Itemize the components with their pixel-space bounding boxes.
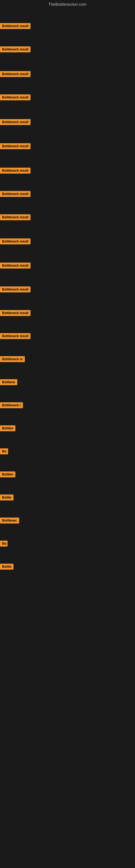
bottleneck-badge-21: Bottle xyxy=(0,495,13,500)
bottleneck-item-5: Bottleneck result xyxy=(0,119,31,126)
bottleneck-item-24: Bottle xyxy=(0,564,13,571)
bottleneck-badge-7: Bottleneck result xyxy=(0,167,31,174)
bottleneck-item-4: Bottleneck result xyxy=(0,94,31,101)
bottleneck-item-11: Bottleneck result xyxy=(0,262,31,270)
site-title: TheBottlenecker.com xyxy=(0,0,135,8)
bottleneck-badge-3: Bottleneck result xyxy=(0,71,31,77)
bottleneck-item-16: Bottlene xyxy=(0,379,17,386)
bottleneck-item-18: Bottlen xyxy=(0,425,15,432)
bottleneck-item-23: Bo xyxy=(0,540,8,548)
bottleneck-badge-5: Bottleneck result xyxy=(0,119,31,125)
bottleneck-badge-13: Bottleneck result xyxy=(0,310,31,316)
bottleneck-item-21: Bottle xyxy=(0,495,13,501)
bottleneck-item-19: Bo xyxy=(0,448,8,456)
bottleneck-badge-20: Bottlen xyxy=(0,471,15,477)
bottleneck-item-14: Bottleneck result xyxy=(0,333,31,340)
bottleneck-item-9: Bottleneck result xyxy=(0,214,31,221)
bottleneck-badge-22: Bottlenec xyxy=(0,518,19,524)
bottleneck-item-10: Bottleneck result xyxy=(0,239,31,246)
bottleneck-item-3: Bottleneck result xyxy=(0,71,31,78)
bottleneck-badge-19: Bo xyxy=(0,448,8,454)
bottleneck-badge-1: Bottleneck result xyxy=(0,23,31,29)
bottleneck-item-8: Bottleneck result xyxy=(0,191,31,198)
bottleneck-badge-12: Bottleneck result xyxy=(0,286,31,292)
bottleneck-item-2: Bottleneck result xyxy=(0,46,31,54)
bottleneck-item-20: Bottlen xyxy=(0,471,15,478)
bottleneck-badge-18: Bottlen xyxy=(0,425,15,431)
bottleneck-item-15: Bottleneck re xyxy=(0,356,25,363)
bottleneck-badge-14: Bottleneck result xyxy=(0,333,31,339)
bottleneck-badge-2: Bottleneck result xyxy=(0,46,31,52)
bottleneck-badge-11: Bottleneck result xyxy=(0,262,31,269)
bottleneck-badge-9: Bottleneck result xyxy=(0,214,31,220)
bottleneck-badge-23: Bo xyxy=(0,540,8,547)
bottleneck-item-22: Bottlenec xyxy=(0,518,19,525)
bottleneck-item-6: Bottleneck result xyxy=(0,143,31,150)
bottleneck-badge-24: Bottle xyxy=(0,564,13,569)
bottleneck-badge-4: Bottleneck result xyxy=(0,94,31,100)
bottleneck-badge-8: Bottleneck result xyxy=(0,191,31,197)
bottleneck-badge-10: Bottleneck result xyxy=(0,239,31,244)
bottleneck-badge-16: Bottlene xyxy=(0,379,17,385)
bottleneck-badge-6: Bottleneck result xyxy=(0,143,31,149)
bottleneck-item-17: Bottleneck r xyxy=(0,402,23,409)
bottleneck-item-1: Bottleneck result xyxy=(0,23,31,30)
bottleneck-item-7: Bottleneck result xyxy=(0,167,31,175)
bottleneck-item-12: Bottleneck result xyxy=(0,286,31,293)
bottleneck-badge-17: Bottleneck r xyxy=(0,402,23,408)
bottleneck-item-13: Bottleneck result xyxy=(0,310,31,317)
bottleneck-badge-15: Bottleneck re xyxy=(0,356,25,362)
